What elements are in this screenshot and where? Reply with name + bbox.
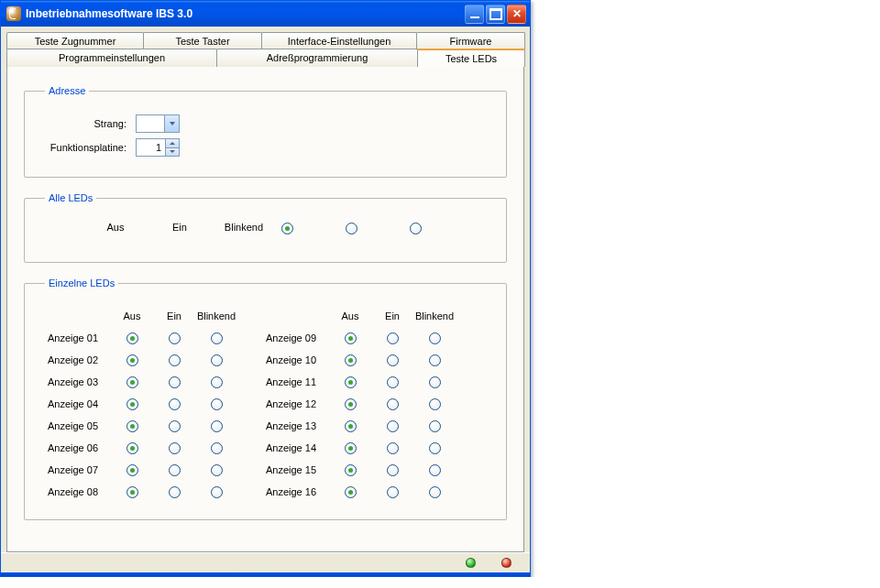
radio-l-7-blinkend[interactable] (211, 486, 223, 498)
radio-l-7-aus[interactable] (126, 486, 138, 498)
radio-l-0-ein[interactable] (169, 332, 181, 344)
minimize-button[interactable] (465, 5, 484, 24)
radio-l-6-aus[interactable] (126, 464, 138, 476)
window-title: Inbetriebnahmesoftware IBS 3.0 (26, 7, 465, 20)
led-label: Anzeige 12 (265, 398, 329, 409)
status-bar (1, 552, 530, 572)
group-adresse: Adresse Strang: Funktionsplatine: 1 (24, 85, 507, 178)
client-area: Teste Zugnummer Teste Taster Interface-E… (1, 27, 530, 552)
radio-r-6-blinkend[interactable] (429, 464, 441, 476)
radio-all-ein[interactable] (346, 223, 358, 234)
led-row: Anzeige 15 (265, 459, 456, 481)
radio-r-2-blinkend[interactable] (429, 376, 441, 388)
radio-l-3-aus[interactable] (126, 398, 138, 410)
led-row: Anzeige 16 (265, 481, 456, 503)
radio-r-3-ein[interactable] (387, 398, 399, 410)
radio-l-3-blinkend[interactable] (211, 398, 223, 410)
radio-all-blinkend[interactable] (410, 223, 422, 234)
radio-r-5-aus[interactable] (345, 442, 357, 454)
radio-l-2-ein[interactable] (169, 376, 181, 388)
radio-r-5-ein[interactable] (387, 442, 399, 454)
radio-l-6-blinkend[interactable] (211, 464, 223, 476)
radio-r-4-blinkend[interactable] (429, 420, 441, 432)
radio-l-4-ein[interactable] (169, 420, 181, 432)
title-bar: Inbetriebnahmesoftware IBS 3.0 (1, 1, 530, 27)
spinner-arrows (165, 139, 179, 156)
led-row: Anzeige 04 (47, 393, 237, 415)
led-col-right: Aus Ein Blinkend Anzeige 09Anzeige 10Anz… (265, 305, 456, 503)
radio-r-0-aus[interactable] (345, 332, 357, 344)
tab-teste-taster[interactable]: Teste Taster (143, 32, 262, 49)
led-row: Anzeige 02 (47, 349, 237, 371)
led-label: Anzeige 06 (47, 442, 111, 453)
app-window: Inbetriebnahmesoftware IBS 3.0 Teste Zug… (0, 0, 531, 577)
hdr-aus: Aus (95, 222, 136, 233)
hdr-blinkend-r: Blinkend (413, 310, 456, 321)
hdr-ein-r: Ein (371, 310, 413, 321)
led-row: Anzeige 08 (47, 481, 237, 503)
radio-r-0-ein[interactable] (387, 332, 399, 344)
radio-l-5-blinkend[interactable] (211, 442, 223, 454)
led-label: Anzeige 10 (265, 354, 329, 365)
led-label: Anzeige 09 (265, 332, 329, 343)
radio-r-1-ein[interactable] (387, 354, 399, 366)
radio-r-7-blinkend[interactable] (429, 486, 441, 498)
tab-panel: Adresse Strang: Funktionsplatine: 1 (6, 66, 524, 552)
radio-l-1-aus[interactable] (126, 354, 138, 366)
radio-l-3-ein[interactable] (169, 398, 181, 410)
radio-l-4-blinkend[interactable] (211, 420, 223, 432)
radio-r-1-blinkend[interactable] (429, 354, 441, 366)
led-col-left: Aus Ein Blinkend Anzeige 01Anzeige 02Anz… (47, 305, 237, 503)
radio-r-5-blinkend[interactable] (429, 442, 441, 454)
led-row: Anzeige 11 (265, 371, 456, 393)
radio-l-7-ein[interactable] (169, 486, 181, 498)
status-dot-2 (501, 558, 512, 568)
led-label: Anzeige 07 (47, 464, 111, 475)
radio-r-7-aus[interactable] (345, 486, 357, 498)
radio-r-2-aus[interactable] (345, 376, 357, 388)
tab-adressprogrammierung[interactable]: Adreßprogrammierung (216, 49, 418, 67)
radio-l-6-ein[interactable] (169, 464, 181, 476)
radio-r-2-ein[interactable] (387, 376, 399, 388)
radio-r-4-ein[interactable] (387, 420, 399, 432)
radio-l-4-aus[interactable] (126, 420, 138, 432)
maximize-button[interactable] (486, 5, 505, 24)
spinner-funktionsplatine[interactable]: 1 (136, 138, 180, 157)
led-label: Anzeige 14 (265, 442, 329, 453)
led-label: Anzeige 02 (47, 354, 111, 365)
led-row: Anzeige 10 (265, 349, 456, 371)
radio-all-aus[interactable] (281, 223, 293, 234)
radio-l-0-blinkend[interactable] (211, 332, 223, 344)
legend-einzelne: Einzelne LEDs (45, 278, 118, 289)
led-label: Anzeige 03 (47, 376, 111, 387)
radio-l-0-aus[interactable] (126, 332, 138, 344)
radio-l-1-blinkend[interactable] (211, 354, 223, 366)
radio-l-5-aus[interactable] (126, 442, 138, 454)
radio-r-3-blinkend[interactable] (429, 398, 441, 410)
radio-r-6-ein[interactable] (387, 464, 399, 476)
radio-r-3-aus[interactable] (345, 398, 357, 410)
radio-r-6-aus[interactable] (345, 464, 357, 476)
tab-firmware[interactable]: Firmware (416, 32, 525, 49)
tab-programmeinstellungen[interactable]: Programmeinstellungen (6, 49, 217, 67)
radio-r-1-aus[interactable] (345, 354, 357, 366)
spinner-down-icon[interactable] (166, 148, 179, 157)
radio-r-0-blinkend[interactable] (429, 332, 441, 344)
tab-teste-leds[interactable]: Teste LEDs (417, 49, 525, 67)
radio-l-2-blinkend[interactable] (211, 376, 223, 388)
window-bottom-edge (1, 572, 530, 576)
close-button[interactable] (507, 5, 526, 24)
led-row: Anzeige 12 (265, 393, 456, 415)
radio-r-7-ein[interactable] (387, 486, 399, 498)
tabs: Teste Zugnummer Teste Taster Interface-E… (6, 32, 524, 552)
combo-strang[interactable] (136, 114, 180, 133)
radio-r-4-aus[interactable] (345, 420, 357, 432)
led-row: Anzeige 13 (265, 415, 456, 437)
led-label: Anzeige 01 (47, 332, 111, 343)
radio-l-1-ein[interactable] (169, 354, 181, 366)
tab-interface-einstellungen[interactable]: Interface-Einstellungen (261, 32, 417, 49)
radio-l-2-aus[interactable] (126, 376, 138, 388)
radio-l-5-ein[interactable] (169, 442, 181, 454)
tab-teste-zugnummer[interactable]: Teste Zugnummer (6, 32, 144, 49)
spinner-up-icon[interactable] (166, 139, 179, 148)
